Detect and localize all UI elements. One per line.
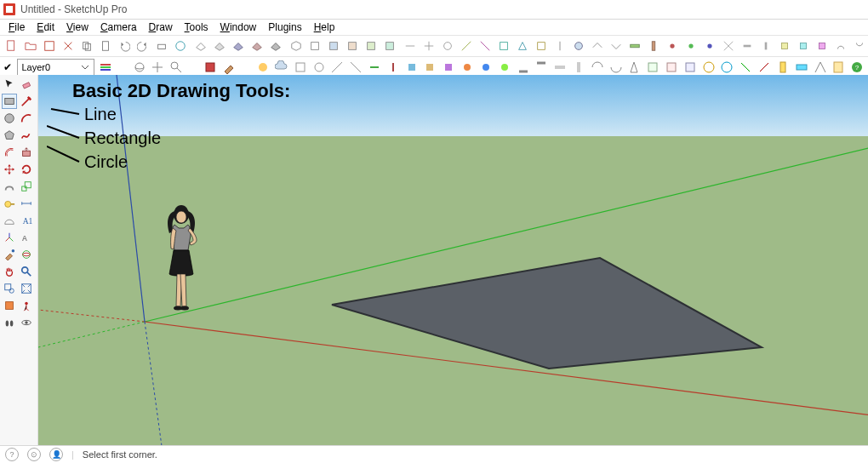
circle-tool[interactable]: [2, 111, 17, 126]
tb-extra-18[interactable]: [720, 37, 737, 54]
menu-draw[interactable]: Draw: [144, 20, 178, 34]
tb-cut[interactable]: [60, 37, 77, 54]
r2-extra-10[interactable]: [460, 59, 475, 76]
r2-help[interactable]: ?: [849, 59, 865, 76]
tb-front[interactable]: [325, 37, 342, 54]
r2-extra-15[interactable]: [552, 59, 568, 76]
polygon-tool[interactable]: [2, 128, 17, 143]
freehand-tool[interactable]: [19, 128, 34, 143]
r2-extra-12[interactable]: [497, 59, 512, 76]
menu-plugins[interactable]: Plugins: [263, 20, 306, 34]
viewport[interactable]: Basic 2D Drawing Tools: Line Rectangle C…: [38, 75, 868, 446]
tb-extra-22[interactable]: [795, 37, 812, 54]
tb-extra-12[interactable]: [608, 37, 625, 54]
r2-extra-27[interactable]: [775, 59, 791, 76]
tb-redo[interactable]: [134, 37, 151, 54]
tb-left[interactable]: [381, 37, 398, 54]
tb-paste[interactable]: [97, 37, 114, 54]
tb-print[interactable]: [153, 37, 170, 54]
tb-save[interactable]: [41, 37, 58, 54]
rotate-tool[interactable]: [19, 162, 34, 177]
tb-hidden-line[interactable]: [211, 37, 228, 54]
r2-extra-21[interactable]: [664, 59, 679, 76]
r2-extra-18[interactable]: [608, 59, 624, 76]
r2-extra-16[interactable]: [571, 59, 586, 76]
dimension-tool[interactable]: [19, 196, 34, 211]
position-camera-tool[interactable]: [19, 298, 34, 313]
walk-tool[interactable]: [2, 315, 17, 330]
pan-tool[interactable]: [2, 264, 17, 279]
status-user-icon[interactable]: 👤: [49, 448, 63, 461]
tb-extra-24[interactable]: [832, 37, 849, 54]
menu-tools[interactable]: Tools: [180, 20, 214, 34]
r2-extra-9[interactable]: [441, 59, 456, 76]
tb-extra-17[interactable]: [701, 37, 718, 54]
tb-shaded-textures[interactable]: [248, 37, 266, 54]
tb-extra-15[interactable]: [664, 37, 681, 54]
r2-component[interactable]: [203, 59, 218, 76]
tb-extra-21[interactable]: [776, 37, 793, 54]
r2-extra-2[interactable]: [311, 59, 327, 76]
r2-fog[interactable]: [274, 59, 289, 76]
axes-tool[interactable]: [2, 230, 17, 245]
tb-extra-1[interactable]: [402, 37, 419, 54]
zoom-window-tool[interactable]: [2, 281, 17, 296]
layer-combo[interactable]: Layer0: [17, 59, 94, 76]
protractor-tool[interactable]: [2, 213, 17, 228]
tb-extra-4[interactable]: [458, 37, 475, 54]
offset-tool[interactable]: [2, 145, 17, 160]
tb-extra-23[interactable]: [814, 37, 831, 54]
r2-extra-4[interactable]: [348, 59, 363, 76]
tb-undo[interactable]: [116, 37, 133, 54]
r2-extra-14[interactable]: [534, 59, 549, 76]
tb-monochrome[interactable]: [267, 37, 284, 54]
r2-extra-25[interactable]: [738, 59, 753, 76]
text-tool[interactable]: A1: [19, 213, 34, 228]
tape-tool[interactable]: [2, 196, 17, 211]
tb-extra-25[interactable]: [851, 37, 868, 54]
r2-extra-6[interactable]: [385, 59, 401, 76]
r2-pan[interactable]: [151, 59, 166, 76]
tb-top[interactable]: [306, 37, 323, 54]
select-tool[interactable]: [2, 77, 17, 92]
tb-extra-19[interactable]: [739, 37, 756, 54]
arc-tool[interactable]: [19, 111, 34, 126]
r2-extra-1[interactable]: [293, 59, 308, 76]
r2-extra-17[interactable]: [590, 59, 605, 76]
tb-extra-9[interactable]: [551, 37, 568, 54]
line-tool[interactable]: [19, 94, 34, 109]
move-tool[interactable]: [2, 162, 17, 177]
tb-shaded[interactable]: [230, 37, 247, 54]
pushpull-tool[interactable]: [19, 145, 34, 160]
r2-shadows[interactable]: [255, 59, 271, 76]
tb-model-info[interactable]: [172, 37, 189, 54]
tb-extra-16[interactable]: [682, 37, 700, 54]
r2-zoom[interactable]: [168, 59, 184, 76]
tb-copy[interactable]: [78, 37, 95, 54]
tb-back[interactable]: [363, 37, 380, 54]
paint-tool[interactable]: [2, 247, 17, 262]
eraser-tool[interactable]: [19, 77, 34, 92]
look-around-tool[interactable]: [19, 315, 34, 330]
section-tool[interactable]: [2, 298, 17, 313]
r2-extra-3[interactable]: [330, 59, 345, 76]
menu-help[interactable]: Help: [309, 20, 340, 34]
tb-open[interactable]: [22, 37, 39, 54]
tb-extra-6[interactable]: [495, 37, 512, 54]
tb-extra-11[interactable]: [589, 37, 606, 54]
r2-extra-26[interactable]: [757, 59, 772, 76]
layer-visible-check[interactable]: ✔: [3, 61, 14, 73]
tb-extra-10[interactable]: [570, 37, 587, 54]
r2-extra-29[interactable]: [813, 59, 828, 76]
r2-extra-8[interactable]: [423, 59, 438, 76]
r2-extra-13[interactable]: [516, 59, 531, 76]
menu-edit[interactable]: Edit: [31, 20, 60, 34]
layer-manager-button[interactable]: [98, 59, 113, 76]
r2-extra-19[interactable]: [627, 59, 642, 76]
tb-extra-14[interactable]: [645, 37, 662, 54]
rectangle-tool[interactable]: [2, 94, 17, 109]
menu-window[interactable]: Window: [215, 20, 262, 34]
3dtext-tool[interactable]: A: [19, 230, 34, 245]
menu-view[interactable]: View: [61, 20, 94, 34]
r2-extra-20[interactable]: [645, 59, 660, 76]
